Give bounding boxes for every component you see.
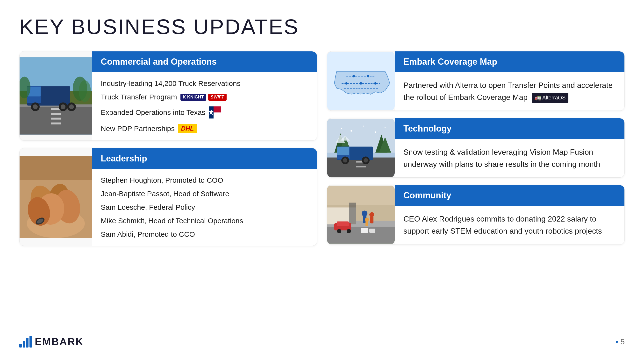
technology-content: Snow testing & validation leveraging Vis… [395,139,624,177]
swift-badge: SWIFT [208,94,226,101]
svg-rect-6 [51,113,61,115]
svg-point-44 [367,75,369,77]
svg-rect-87 [19,344,22,348]
leadership-item-1-text: Stephen Houghton, Promoted to COO [101,176,223,184]
page-dot: • [616,337,618,346]
svg-point-67 [384,127,386,128]
community-header: Community [395,185,624,206]
svg-rect-89 [26,338,28,348]
technology-title: Technology [404,124,452,133]
coverage-card: Embark Coverage Map Partnered with Alter… [327,51,625,111]
page-number: • 5 [616,337,625,346]
leadership-item-4: Mike Schmidt, Head of Technical Operatio… [101,217,308,225]
leadership-item-2: Jean-Baptiste Passot, Head of Software [101,190,308,198]
left-column: Commercial and Operations Industry-leadi… [19,51,317,331]
svg-rect-90 [30,336,32,348]
embark-logo-text: EMBARK [35,336,84,348]
technology-header: Technology [395,118,624,139]
svg-rect-74 [349,203,356,224]
leadership-item-1: Stephen Houghton, Promoted to COO [101,176,308,184]
leadership-title: Leadership [101,153,147,163]
svg-point-75 [362,211,368,217]
leadership-header: Leadership [92,148,317,169]
svg-rect-4 [20,107,92,135]
page-container: KEY BUSINESS UPDATES [0,0,644,362]
technology-text: Snow testing & validation leveraging Vis… [404,146,616,170]
coverage-header: Embark Coverage Map [395,51,624,72]
right-column: Embark Coverage Map Partnered with Alter… [327,51,625,331]
svg-point-65 [375,131,376,133]
svg-point-63 [350,130,352,132]
coverage-text-content: Partnered with Alterra to open Transfer … [404,81,612,102]
footer: EMBARK • 5 [19,331,625,348]
community-text: CEO Alex Rodrigues commits to donating 2… [404,213,616,237]
knight-badge: K KNIGHT [180,94,206,101]
community-body: Community CEO Alex Rodrigues commits to … [395,185,624,244]
coverage-image [327,51,395,110]
commercial-image [20,51,92,140]
commercial-item-3: Expanded Operations into Texas [101,106,308,118]
svg-point-66 [341,128,342,129]
embark-logo: EMBARK [19,336,84,348]
embark-bars-icon [19,336,32,348]
svg-rect-88 [23,341,25,348]
svg-point-42 [374,82,376,85]
svg-point-85 [337,229,341,233]
leadership-body: Leadership Stephen Houghton, Promoted to… [92,148,317,246]
svg-point-79 [365,218,369,222]
svg-point-77 [369,212,374,217]
svg-rect-82 [369,229,376,233]
commercial-body: Commercial and Operations Industry-leadi… [92,51,317,140]
svg-point-13 [33,104,38,109]
svg-rect-8 [51,123,61,124]
alterra-badge: 🚛 AlterraOS [532,93,568,103]
coverage-title: Embark Coverage Map [404,57,497,67]
svg-rect-72 [327,186,395,205]
svg-point-64 [363,126,364,127]
leadership-card: Leadership Stephen Houghton, Promoted to… [19,148,317,246]
dhl-badge: DHL [178,124,197,133]
leadership-item-3: Sam Loesche, Federal Policy [101,203,308,211]
svg-rect-55 [356,166,366,167]
page-title: KEY BUSINESS UPDATES [19,14,625,39]
commercial-item-2: Truck Transfer Program K KNIGHT SWIFT [101,93,308,101]
commercial-card: Commercial and Operations Industry-leadi… [19,51,317,141]
svg-point-41 [360,82,362,85]
svg-point-19 [79,80,91,102]
svg-rect-34 [20,156,92,180]
svg-rect-80 [366,221,368,226]
main-content: Commercial and Operations Industry-leadi… [19,51,625,331]
coverage-text: Partnered with Alterra to open Transfer … [404,79,616,103]
commercial-item-4-text: New PDP Partnerships [101,124,175,133]
commercial-title: Commercial and Operations [101,57,217,67]
community-content: CEO Alex Rodrigues commits to donating 2… [395,206,624,244]
svg-point-15 [61,104,66,109]
commercial-header: Commercial and Operations [92,51,317,72]
community-image [327,185,395,244]
svg-point-17 [69,104,74,109]
coverage-content: Partnered with Alterra to open Transfer … [395,72,624,110]
leadership-image [20,148,92,246]
commercial-item-3-text: Expanded Operations into Texas [101,108,205,117]
technology-image [327,118,395,177]
svg-rect-84 [337,222,349,226]
texas-icon [209,106,221,118]
leadership-item-3-text: Sam Loesche, Federal Policy [101,203,195,211]
community-title: Community [404,190,451,200]
page-number-value: 5 [620,337,625,346]
technology-body: Technology Snow testing & validation lev… [395,118,624,177]
svg-point-40 [345,82,348,85]
leadership-item-5-text: Sam Abidi, Promoted to CCO [101,230,195,238]
commercial-item-2-text: Truck Transfer Program [101,93,177,101]
commercial-content: Industry-leading 14,200 Truck Reservatio… [92,72,317,140]
svg-point-86 [347,229,351,233]
svg-point-43 [352,75,355,77]
commercial-item-1: Industry-leading 14,200 Truck Reservatio… [101,79,308,88]
community-card: Community CEO Alex Rodrigues commits to … [327,185,625,245]
svg-rect-58 [337,147,349,155]
technology-card: Technology Snow testing & validation lev… [327,118,625,178]
knight-swift-badges: K KNIGHT SWIFT [180,94,226,101]
leadership-item-2-text: Jean-Baptiste Passot, Head of Software [101,190,229,198]
leadership-content: Stephen Houghton, Promoted to COO Jean-B… [92,169,317,246]
svg-point-60 [343,158,347,163]
